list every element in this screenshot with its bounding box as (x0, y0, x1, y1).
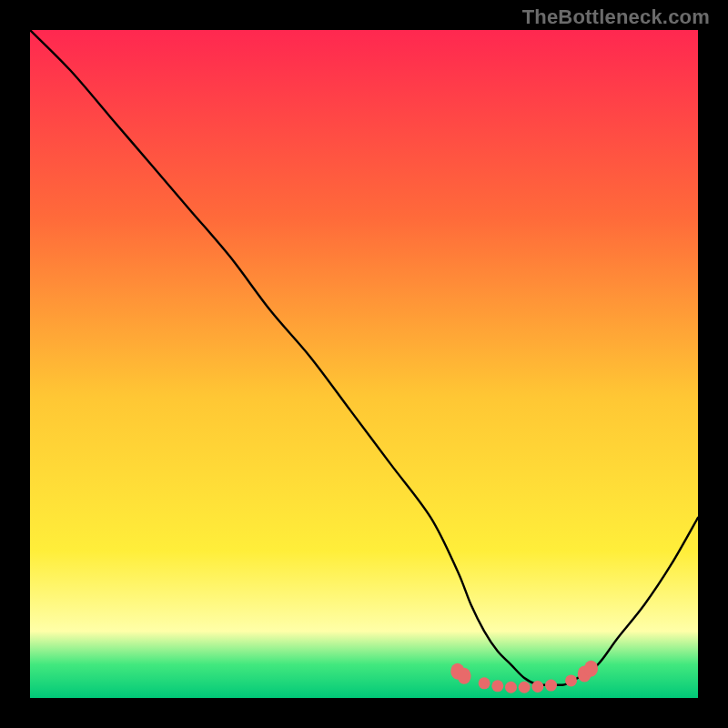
optimal-dot (458, 668, 471, 684)
plot-area (30, 30, 698, 698)
optimal-dot (505, 682, 517, 693)
optimal-dot (531, 681, 543, 693)
optimal-dot (545, 680, 557, 692)
bottleneck-chart-svg (30, 30, 698, 698)
gradient-background (30, 30, 698, 698)
optimal-dot (519, 682, 531, 693)
chart-frame: TheBottleneck.com (0, 0, 728, 728)
optimal-dot (491, 680, 503, 692)
optimal-dot (565, 674, 577, 686)
optimal-dot (479, 677, 490, 689)
optimal-dot (584, 661, 598, 677)
watermark-text: TheBottleneck.com (522, 5, 710, 29)
